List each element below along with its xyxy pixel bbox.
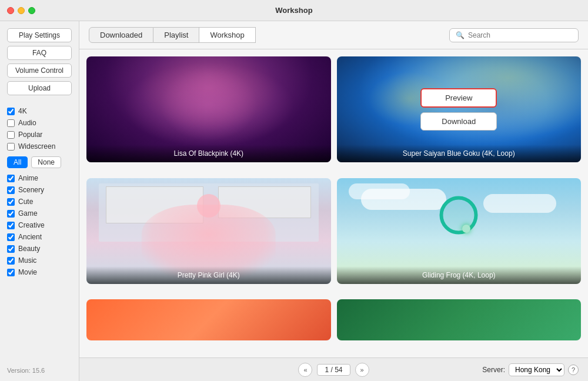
- checkbox-audio-label: Audio: [18, 119, 36, 127]
- checkbox-cute-input[interactable]: [7, 198, 15, 206]
- help-button[interactable]: ?: [568, 365, 579, 375]
- checkbox-popular[interactable]: Popular: [7, 131, 72, 139]
- checkbox-audio[interactable]: Audio: [7, 119, 72, 127]
- prev-page-button[interactable]: «: [298, 363, 312, 377]
- main-container: Play Settings FAQ Volume Control Upload …: [0, 21, 588, 381]
- server-section: Server: Hong Kong US East US West Europe…: [482, 363, 579, 376]
- checkbox-music-label: Music: [18, 256, 36, 265]
- checkbox-widescreen[interactable]: Widescreen: [7, 142, 72, 151]
- grid-item-frog[interactable]: Gliding Frog (4K, Loop): [337, 178, 582, 284]
- checkbox-ancient-label: Ancient: [18, 233, 42, 241]
- checkbox-beauty[interactable]: Beauty: [7, 245, 72, 253]
- checkbox-ancient-input[interactable]: [7, 233, 15, 241]
- maximize-button[interactable]: [28, 7, 35, 14]
- checkbox-anime-label: Anime: [18, 174, 38, 182]
- minimize-button[interactable]: [18, 7, 25, 14]
- play-settings-button[interactable]: Play Settings: [7, 28, 72, 42]
- traffic-lights: [7, 7, 35, 14]
- version-label: Version: 15.6: [7, 367, 72, 374]
- checkbox-popular-label: Popular: [18, 131, 42, 139]
- tab-bar: Downloaded Playlist Workshop 🔍: [79, 21, 588, 49]
- checkbox-music[interactable]: Music: [7, 256, 72, 265]
- checkbox-beauty-label: Beauty: [18, 245, 40, 253]
- faq-button[interactable]: FAQ: [7, 46, 72, 60]
- filter-row: All None: [7, 156, 72, 168]
- checkbox-anime-input[interactable]: [7, 175, 15, 182]
- search-box[interactable]: 🔍: [449, 28, 579, 42]
- window-title: Workshop: [275, 6, 312, 15]
- search-icon: 🔍: [456, 31, 465, 39]
- sidebar: Play Settings FAQ Volume Control Upload …: [0, 21, 79, 381]
- goku-overlay: Preview Download: [337, 56, 582, 162]
- checkbox-4k[interactable]: 4K: [7, 107, 72, 115]
- next-page-button[interactable]: »: [355, 363, 369, 377]
- grid-item-lisa[interactable]: Lisa Of Blackpink (4K): [86, 56, 331, 162]
- tab-workshop[interactable]: Workshop: [199, 27, 255, 43]
- preview-button-goku[interactable]: Preview: [420, 88, 497, 108]
- server-select[interactable]: Hong Kong US East US West Europe Asia: [509, 363, 564, 376]
- checkbox-scenery[interactable]: Scenery: [7, 186, 72, 194]
- item-label-lisa: Lisa Of Blackpink (4K): [86, 145, 331, 162]
- checkbox-game[interactable]: Game: [7, 209, 72, 218]
- wallpaper-grid: Lisa Of Blackpink (4K) Super Saiyan Blue…: [79, 49, 588, 357]
- checkbox-creative[interactable]: Creative: [7, 221, 72, 229]
- download-button-goku[interactable]: Download: [420, 112, 497, 131]
- checkbox-popular-input[interactable]: [7, 131, 15, 139]
- checkbox-movie[interactable]: Movie: [7, 268, 72, 276]
- grid-item-sailor[interactable]: Pretty Pink Girl (4K): [86, 178, 331, 284]
- checkbox-movie-label: Movie: [18, 268, 37, 276]
- checkbox-game-label: Game: [18, 209, 38, 218]
- checkbox-widescreen-label: Widescreen: [18, 142, 55, 151]
- pagination: « 1 / 54 »: [298, 363, 369, 377]
- checkbox-beauty-input[interactable]: [7, 245, 15, 253]
- checkbox-anime[interactable]: Anime: [7, 174, 72, 182]
- checkbox-cute[interactable]: Cute: [7, 198, 72, 206]
- volume-control-button[interactable]: Volume Control: [7, 63, 72, 78]
- item-label-sailor: Pretty Pink Girl (4K): [86, 266, 331, 284]
- grid-item-partial-left[interactable]: [86, 299, 331, 340]
- checkbox-creative-input[interactable]: [7, 222, 15, 229]
- item-label-frog: Gliding Frog (4K, Loop): [337, 266, 582, 284]
- search-input[interactable]: [468, 31, 572, 39]
- checkbox-game-input[interactable]: [7, 210, 15, 218]
- checkbox-creative-label: Creative: [18, 221, 45, 229]
- checkbox-scenery-input[interactable]: [7, 186, 15, 194]
- checkbox-ancient[interactable]: Ancient: [7, 233, 72, 241]
- checkbox-cute-label: Cute: [18, 198, 33, 206]
- grid-item-partial-right[interactable]: [337, 299, 582, 340]
- checkbox-4k-input[interactable]: [7, 108, 15, 115]
- checkbox-4k-label: 4K: [18, 107, 27, 115]
- page-indicator: 1 / 54: [317, 364, 350, 376]
- checkbox-movie-input[interactable]: [7, 269, 15, 276]
- grid-item-goku[interactable]: Super Saiyan Blue Goku (4K, Loop) Previe…: [337, 56, 582, 162]
- filter-none-button[interactable]: None: [31, 156, 61, 168]
- close-button[interactable]: [7, 7, 14, 14]
- checkbox-audio-input[interactable]: [7, 119, 15, 127]
- tab-playlist[interactable]: Playlist: [153, 27, 199, 43]
- checkbox-scenery-label: Scenery: [18, 186, 44, 194]
- title-bar: Workshop: [0, 0, 588, 21]
- server-label: Server:: [482, 366, 505, 374]
- filter-all-button[interactable]: All: [7, 156, 28, 168]
- checkbox-widescreen-input[interactable]: [7, 143, 15, 151]
- bottom-bar: « 1 / 54 » Server: Hong Kong US East US …: [79, 357, 588, 381]
- checkbox-music-input[interactable]: [7, 257, 15, 265]
- upload-button[interactable]: Upload: [7, 81, 72, 95]
- content-area: Downloaded Playlist Workshop 🔍 Lisa Of B…: [79, 21, 588, 381]
- tab-downloaded[interactable]: Downloaded: [89, 27, 153, 43]
